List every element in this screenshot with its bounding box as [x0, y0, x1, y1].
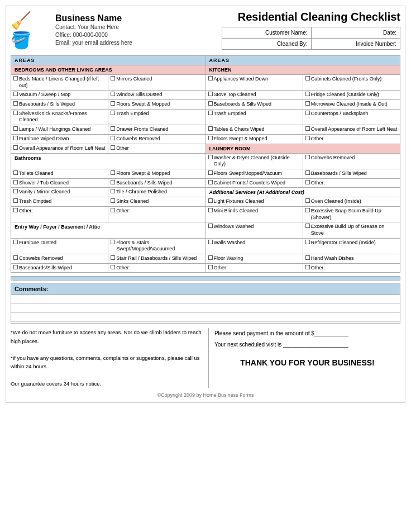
checkbox[interactable]	[13, 111, 18, 115]
checkbox[interactable]	[208, 180, 213, 184]
checkbox[interactable]	[305, 92, 310, 96]
checkbox[interactable]	[305, 155, 310, 159]
checkbox[interactable]	[13, 189, 18, 193]
checkbox[interactable]	[111, 136, 115, 140]
checkbox[interactable]	[208, 136, 213, 140]
comment-line-3[interactable]	[11, 313, 400, 322]
checkbox[interactable]	[111, 111, 115, 115]
kit-item-4-left: Trash Emptied	[206, 109, 303, 125]
checkbox[interactable]	[111, 198, 115, 203]
bed-item-3-right: Floors Swept & Mopped	[108, 100, 206, 110]
checkbox[interactable]	[305, 255, 310, 260]
laundry-item-2-left: Floors Swept/Mopped/Vacuum	[206, 169, 303, 178]
bed-item-2-left: Vacuum / Sweep / Mop	[11, 91, 108, 100]
checkbox[interactable]	[305, 180, 310, 184]
checkbox[interactable]	[111, 255, 115, 260]
checkbox[interactable]	[111, 76, 115, 80]
checkbox[interactable]	[111, 240, 115, 244]
payment-text: Please send payment in the amount of $__…	[214, 328, 400, 339]
checkbox[interactable]	[208, 265, 213, 269]
checkbox[interactable]	[208, 255, 213, 260]
footer: *We do not move furniture to access any …	[11, 328, 400, 387]
checkbox[interactable]	[208, 208, 213, 212]
checkbox[interactable]	[13, 208, 18, 212]
comment-line-2[interactable]	[11, 304, 400, 313]
bath-item-4-right: Sinks Cleaned	[108, 197, 206, 207]
bed-item-6-right: Cobwebs Removed	[108, 134, 206, 144]
kit-item-1-right: Cabinets Cleaned (Fronts Only)	[303, 75, 400, 91]
checkbox[interactable]	[208, 76, 213, 80]
checkbox[interactable]	[305, 208, 310, 212]
checkbox[interactable]	[13, 76, 18, 80]
kit-item-5-left: Tables & Chairs Wiped	[206, 125, 303, 135]
cleaned-by-label: Cleaned By:	[222, 39, 312, 50]
checkbox[interactable]	[305, 240, 310, 244]
kit-item-1-left: Appliances Wiped Down	[206, 75, 303, 91]
checkbox[interactable]	[13, 265, 18, 269]
checkbox[interactable]	[208, 224, 213, 228]
checkbox[interactable]	[111, 189, 115, 193]
checkbox[interactable]	[208, 111, 213, 115]
footer-note3: Our guarantee covers 24 hours notice.	[11, 379, 203, 388]
page: 🧹🪣 Business Name Contact: Your Name Here…	[6, 6, 405, 403]
bed-item-5-right: Drawer Fronts Cleaned	[108, 125, 206, 135]
header-right: Residential Cleaning Checklist Customer …	[222, 11, 400, 50]
footer-note1: *We do not move furniture to access any …	[11, 328, 203, 345]
checkbox[interactable]	[208, 155, 213, 159]
checkbox[interactable]	[13, 255, 18, 260]
checkbox[interactable]	[111, 208, 115, 212]
checklist-table: AREAS AREAS BEDROOMS AND OTHER LIVING AR…	[11, 55, 400, 273]
checkbox[interactable]	[208, 170, 213, 175]
customer-table: Customer Name: Date: Cleaned By: Invoice…	[222, 27, 400, 50]
bedrooms-header: BEDROOMS AND OTHER LIVING AREAS	[11, 65, 206, 75]
checkbox[interactable]	[305, 111, 310, 115]
checkbox[interactable]	[13, 145, 18, 150]
business-name: Business Name	[55, 13, 132, 23]
checkbox[interactable]	[13, 170, 18, 175]
checkbox[interactable]	[13, 101, 18, 106]
checkbox[interactable]	[208, 101, 213, 106]
business-email: Email: your email address here	[55, 39, 132, 47]
checkbox[interactable]	[111, 145, 115, 150]
checkbox[interactable]	[13, 126, 18, 131]
checkbox[interactable]	[13, 92, 18, 96]
checkbox[interactable]	[111, 126, 115, 131]
checkbox[interactable]	[305, 136, 310, 140]
add-item-6-left: Other:	[206, 263, 303, 273]
checkbox[interactable]	[13, 240, 18, 244]
checkbox[interactable]	[111, 180, 115, 184]
add-item-2-left: Mini Blinds Cleaned	[206, 206, 303, 222]
checkbox[interactable]	[305, 126, 310, 131]
bath-item-2-right: Baseboards / Sills Wiped	[108, 178, 206, 188]
checkbox[interactable]	[111, 265, 115, 269]
checkbox[interactable]	[111, 170, 115, 175]
checkbox[interactable]	[305, 170, 310, 175]
checkbox[interactable]	[305, 198, 310, 203]
checkbox[interactable]	[111, 101, 115, 106]
kit-item-2-left: Stove Top Cleaned	[206, 91, 303, 100]
checkbox[interactable]	[13, 180, 18, 184]
checkbox[interactable]	[208, 240, 213, 244]
checkbox[interactable]	[13, 136, 18, 140]
invoice-label: Invoice Number:	[311, 39, 400, 50]
thank-you-text: THANK YOU FOR YOUR BUSINESS!	[214, 355, 400, 370]
checkbox[interactable]	[305, 101, 310, 106]
comment-line-1[interactable]	[11, 295, 400, 304]
checkbox[interactable]	[305, 224, 310, 228]
bath-item-1-left: Toilets Cleaned	[11, 169, 108, 178]
bed-item-5-left: Lamps / Wall Hangings Cleaned	[11, 125, 108, 135]
checkbox[interactable]	[305, 76, 310, 80]
business-info: Business Name Contact: Your Name Here Of…	[55, 13, 132, 47]
add-item-3-left: Windows Washed	[206, 222, 303, 238]
checkbox[interactable]	[305, 265, 310, 269]
logo: 🧹🪣	[11, 11, 50, 50]
checkbox[interactable]	[208, 92, 213, 96]
add-item-1-right: Oven Cleaned (Inside)	[303, 197, 400, 207]
laundry-item-3-left: Cabinet Fronts/ Counters Wiped	[206, 178, 303, 188]
checkbox[interactable]	[208, 126, 213, 131]
checkbox[interactable]	[111, 92, 115, 96]
blue-spacer	[11, 276, 400, 281]
checkbox[interactable]	[13, 198, 18, 203]
checkbox[interactable]	[208, 198, 213, 203]
bath-item-2-left: Shower / Tub Cleaned	[11, 178, 108, 188]
